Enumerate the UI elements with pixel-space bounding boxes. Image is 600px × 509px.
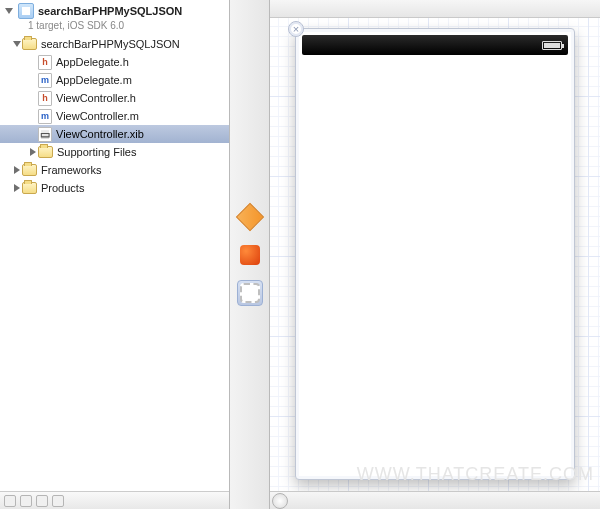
dock-item-first-responder[interactable] (237, 242, 263, 268)
tree-file[interactable]: h ViewController.h (0, 89, 229, 107)
simulated-view[interactable]: × (295, 28, 575, 480)
cube-icon (235, 202, 263, 230)
battery-icon (542, 41, 562, 50)
folder-icon (22, 182, 37, 194)
tree-item-label: ViewController.m (56, 110, 139, 122)
tree-file-selected[interactable]: ▭ ViewController.xib (0, 125, 229, 143)
chevron-right-icon[interactable] (30, 148, 36, 156)
chevron-down-icon[interactable] (13, 41, 21, 47)
xcode-window: searchBarPHPMySQLJSON 1 target, iOS SDK … (0, 0, 600, 509)
header-file-icon: h (38, 91, 52, 106)
folder-icon (38, 146, 53, 158)
tree-group[interactable]: Frameworks (0, 161, 229, 179)
canvas-footer (270, 491, 600, 509)
tree-group-root[interactable]: searchBarPHPMySQLJSON (0, 35, 229, 53)
project-subtitle: 1 target, iOS SDK 6.0 (28, 20, 229, 31)
tree-file[interactable]: h AppDelegate.h (0, 53, 229, 71)
view-icon (240, 283, 260, 303)
project-navigator: searchBarPHPMySQLJSON 1 target, iOS SDK … (0, 0, 230, 509)
navigator-footer (0, 491, 229, 509)
status-bar (302, 35, 568, 55)
interface-builder-canvas: × WWW.THATCREATE.COM (270, 0, 600, 509)
tree-item-label: searchBarPHPMySQLJSON (41, 38, 180, 50)
tree-item-label: Products (41, 182, 84, 194)
file-tree: searchBarPHPMySQLJSON h AppDelegate.h m … (0, 33, 229, 491)
chevron-right-icon[interactable] (14, 184, 20, 192)
canvas-jump-bar[interactable] (270, 0, 600, 18)
tree-item-label: Supporting Files (57, 146, 137, 158)
project-header[interactable]: searchBarPHPMySQLJSON (0, 0, 229, 21)
tree-group[interactable]: Products (0, 179, 229, 197)
scm-icon[interactable] (52, 495, 64, 507)
folder-icon (22, 164, 37, 176)
recent-icon[interactable] (36, 495, 48, 507)
tree-item-label: Frameworks (41, 164, 102, 176)
tree-item-label: ViewController.xib (56, 128, 144, 140)
xib-file-icon: ▭ (38, 127, 52, 142)
filter-icon[interactable] (20, 495, 32, 507)
chevron-right-icon[interactable] (14, 166, 20, 174)
implementation-file-icon: m (38, 73, 52, 88)
dock-item-view[interactable] (237, 280, 263, 306)
tree-item-label: AppDelegate.h (56, 56, 129, 68)
project-title: searchBarPHPMySQLJSON (38, 5, 182, 17)
tree-group[interactable]: Supporting Files (0, 143, 229, 161)
folder-icon (22, 38, 37, 50)
xcode-project-icon (18, 3, 34, 19)
header-file-icon: h (38, 55, 52, 70)
document-outline-dock (230, 0, 270, 509)
tree-file[interactable]: m AppDelegate.m (0, 71, 229, 89)
tree-item-label: ViewController.h (56, 92, 136, 104)
zoom-button[interactable] (272, 493, 288, 509)
close-icon[interactable]: × (288, 21, 304, 37)
dock-item-files-owner[interactable] (237, 204, 263, 230)
first-responder-icon (240, 245, 260, 265)
implementation-file-icon: m (38, 109, 52, 124)
tree-file[interactable]: m ViewController.m (0, 107, 229, 125)
canvas-grid[interactable]: × (270, 18, 600, 491)
tree-item-label: AppDelegate.m (56, 74, 132, 86)
chevron-down-icon[interactable] (5, 8, 13, 14)
add-icon[interactable] (4, 495, 16, 507)
